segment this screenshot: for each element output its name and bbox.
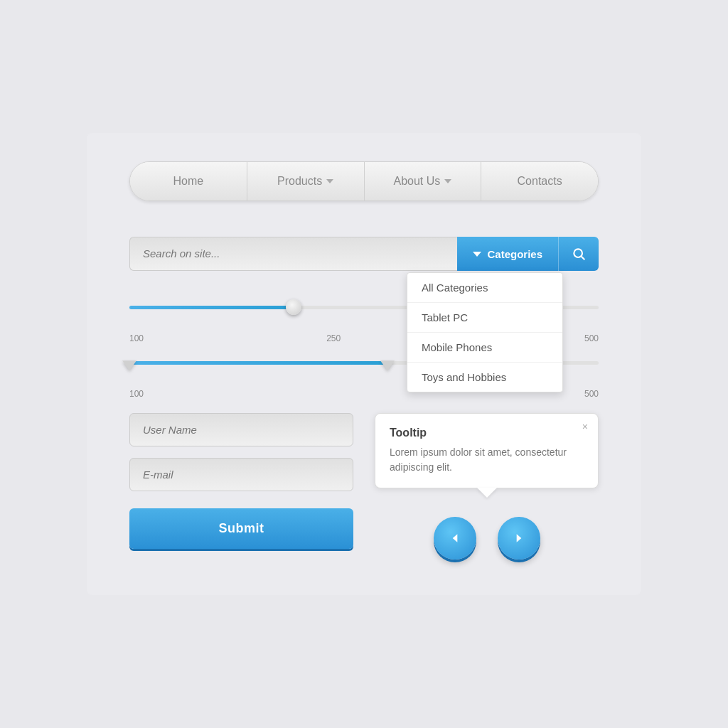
- svg-point-0: [574, 249, 582, 257]
- form-section: Submit × Tooltip Lorem ipsum dolor sit a…: [129, 413, 599, 560]
- categories-chevron-icon: [473, 252, 481, 257]
- slider-min-label: 100: [129, 333, 144, 343]
- range-slider-max-label: 500: [584, 389, 599, 399]
- range-slider-thumb-left[interactable]: [122, 360, 136, 370]
- search-icon: [572, 247, 586, 261]
- email-input[interactable]: [129, 458, 353, 491]
- dropdown-item-toys[interactable]: Toys and Hobbies: [407, 363, 562, 392]
- page-container: Home Products About Us Contacts Categori…: [87, 133, 641, 595]
- next-icon: [512, 531, 526, 545]
- submit-button[interactable]: Submit: [129, 508, 353, 549]
- tooltip-close-button[interactable]: ×: [582, 421, 588, 432]
- prev-button[interactable]: [434, 517, 476, 560]
- tooltip-arrow: [477, 488, 497, 498]
- svg-marker-2: [452, 534, 457, 542]
- categories-dropdown: All Categories Tablet PC Mobile Phones T…: [407, 272, 563, 392]
- media-controls: [375, 517, 599, 560]
- prev-icon: [448, 531, 462, 545]
- dropdown-item-mobile[interactable]: Mobile Phones: [407, 333, 562, 363]
- next-button[interactable]: [498, 517, 540, 560]
- tooltip-title: Tooltip: [390, 427, 584, 439]
- categories-button[interactable]: Categories: [457, 237, 558, 271]
- nav-bar: Home Products About Us Contacts: [129, 161, 599, 201]
- single-slider-fill: [129, 306, 294, 309]
- nav-item-contacts[interactable]: Contacts: [481, 162, 598, 200]
- search-input[interactable]: [143, 247, 444, 259]
- about-chevron-icon: [444, 179, 451, 183]
- username-input[interactable]: [129, 413, 353, 446]
- categories-label: Categories: [487, 248, 542, 260]
- slider-max-label: 500: [584, 333, 599, 343]
- single-slider-thumb[interactable]: [286, 299, 301, 315]
- nav-item-about[interactable]: About Us: [365, 162, 482, 200]
- range-slider-fill: [129, 361, 387, 365]
- nav-about-label: About Us: [393, 175, 440, 188]
- nav-contacts-label: Contacts: [518, 175, 562, 188]
- search-section: Categories All Categories Tablet PC Mobi…: [129, 237, 599, 271]
- svg-line-1: [582, 257, 585, 260]
- dropdown-item-all[interactable]: All Categories: [407, 273, 562, 303]
- tooltip-body: Lorem ipsum dolor sit amet, consectetur …: [390, 445, 584, 475]
- nav-home-label: Home: [173, 175, 204, 188]
- search-input-wrap: [129, 237, 457, 271]
- form-left: Submit: [129, 413, 353, 549]
- nav-item-home[interactable]: Home: [130, 162, 247, 200]
- range-slider-thumb-right[interactable]: [380, 360, 395, 370]
- dropdown-item-tablet[interactable]: Tablet PC: [407, 303, 562, 333]
- products-chevron-icon: [326, 179, 333, 183]
- range-slider-min-label: 100: [129, 389, 144, 399]
- svg-marker-3: [516, 534, 521, 542]
- form-right: × Tooltip Lorem ipsum dolor sit amet, co…: [375, 413, 599, 560]
- search-button[interactable]: [558, 237, 599, 271]
- nav-item-products[interactable]: Products: [247, 162, 365, 200]
- nav-products-label: Products: [277, 175, 322, 188]
- slider-mid-label: 250: [326, 333, 341, 343]
- tooltip-box: × Tooltip Lorem ipsum dolor sit amet, co…: [375, 413, 599, 488]
